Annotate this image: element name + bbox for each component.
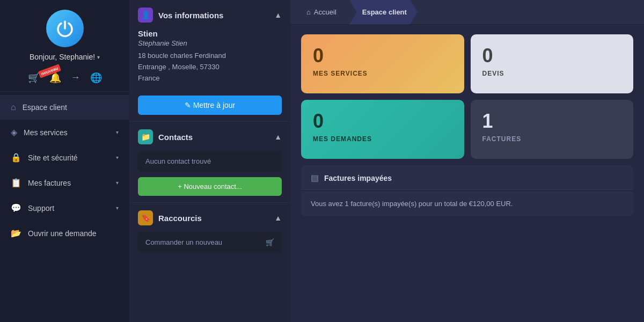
stat-number: 0 xyxy=(313,111,452,132)
stat-label: MES DEMANDES xyxy=(313,135,452,143)
raccourcis-title-text: Raccourcis xyxy=(158,214,202,223)
greeting-text: Bonjour, Stephanie! xyxy=(30,53,95,61)
raccourcis-title: 🔖 Raccourcis xyxy=(138,210,202,225)
user-address-line2: Entrange , Moselle, 57330 xyxy=(138,62,282,73)
invoice-list-icon: ▤ xyxy=(311,173,319,183)
stat-label: MES SERVICES xyxy=(313,70,452,77)
invoices-title: Factures impayées xyxy=(324,174,392,182)
chevron-down-icon: ▾ xyxy=(116,205,119,211)
logo-icon xyxy=(46,10,84,47)
breadcrumb-home-label: Accueil xyxy=(314,8,336,16)
contacts-header: 📁 Contacts ▲ xyxy=(138,129,282,144)
sidebar-item-label: Support xyxy=(28,204,54,213)
breadcrumb-home[interactable]: ⌂ Accueil xyxy=(301,0,349,25)
main-content: ⌂ Accueil Espace client 0 MES SERVICES 0… xyxy=(290,0,644,322)
cart-icon-btn[interactable]: 🛒 nouveau xyxy=(28,72,40,84)
raccourcis-collapse-button[interactable]: ▲ xyxy=(274,214,282,222)
sidebar-item-espace-client[interactable]: ⌂ Espace client xyxy=(0,95,129,120)
sidebar-item-label: Mes services xyxy=(24,128,68,137)
invoices-message: Vous avez 1 facture(s) impayée(s) pour u… xyxy=(311,200,513,208)
services-icon: ◈ xyxy=(11,127,17,137)
invoices-header: ▤ Factures impayées xyxy=(301,165,633,191)
home-icon: ⌂ xyxy=(306,8,311,16)
raccourcis-header: 🔖 Raccourcis ▲ xyxy=(138,210,282,225)
sidebar: Bonjour, Stephanie! ▾ 🛒 nouveau 🔔 → 🌐 ⌂ … xyxy=(0,0,129,322)
new-contact-button[interactable]: + Nouveau contact... xyxy=(138,177,282,196)
mettre-a-jour-button[interactable]: ✎ Mettre à jour xyxy=(138,96,282,115)
user-section-icon: 👤 xyxy=(138,8,153,23)
folder-icon: 📂 xyxy=(11,228,21,238)
lock-icon: 🔒 xyxy=(11,152,21,163)
user-address-line1: 18 boucle charles Ferdinand xyxy=(138,50,282,62)
stat-card-factures[interactable]: 1 FACTURES xyxy=(471,100,634,159)
user-info-block: Stien Stephanie Stien 18 boucle charles … xyxy=(138,29,282,89)
invoices-body: Vous avez 1 facture(s) impayée(s) pour u… xyxy=(301,191,633,216)
vos-informations-section: 👤 Vos informations ▲ Stien Stephanie Sti… xyxy=(129,0,290,121)
cart-icon: 🛒 xyxy=(266,238,274,246)
stat-number: 0 xyxy=(313,45,452,67)
user-address-line3: France xyxy=(138,73,282,84)
sidebar-item-label: Ouvrir une demande xyxy=(28,229,97,238)
user-fullname: Stephanie Stien xyxy=(138,39,282,47)
contacts-title-text: Contacts xyxy=(158,133,193,142)
bell-icon-btn[interactable]: 🔔 xyxy=(49,72,61,84)
invoice-icon: 📋 xyxy=(11,178,21,188)
user-name: Stien xyxy=(138,29,282,38)
arrow-icon-btn[interactable]: → xyxy=(71,72,80,84)
sidebar-item-mes-services[interactable]: ◈ Mes services ▾ xyxy=(0,120,129,145)
stat-number: 1 xyxy=(482,111,622,132)
contacts-title: 📁 Contacts xyxy=(138,129,193,144)
stats-grid: 0 MES SERVICES 0 DEVIS 0 MES DEMANDES 1 … xyxy=(290,25,644,165)
section-header: 👤 Vos informations ▲ xyxy=(138,8,282,23)
stat-card-mes-demandes[interactable]: 0 MES DEMANDES xyxy=(301,100,464,159)
stat-number: 0 xyxy=(482,45,622,67)
chevron-down-icon: ▾ xyxy=(116,155,119,160)
middle-panel: 👤 Vos informations ▲ Stien Stephanie Sti… xyxy=(129,0,290,322)
sidebar-item-label: Espace client xyxy=(23,103,67,112)
raccourcis-item-label: Commander un nouveau xyxy=(145,238,222,246)
raccourcis-icon: 🔖 xyxy=(138,210,153,225)
sidebar-divider xyxy=(0,91,129,92)
sidebar-logo: Bonjour, Stephanie! ▾ xyxy=(0,0,129,67)
domain-icon-btn[interactable]: 🌐 xyxy=(90,72,102,84)
sidebar-item-ouvrir-demande[interactable]: 📂 Ouvrir une demande xyxy=(0,221,129,246)
sidebar-nav: ⌂ Espace client ◈ Mes services ▾ 🔒 Site … xyxy=(0,95,129,322)
stat-label: DEVIS xyxy=(482,70,622,77)
contact-empty-message: Aucun contact trouvé xyxy=(138,151,282,172)
breadcrumb-current[interactable]: Espace client xyxy=(349,0,418,25)
contacts-section: 📁 Contacts ▲ Aucun contact trouvé + Nouv… xyxy=(129,122,290,202)
greeting-chevron-icon: ▾ xyxy=(97,54,100,60)
user-greeting[interactable]: Bonjour, Stephanie! ▾ xyxy=(30,53,100,61)
raccourcis-section: 🔖 Raccourcis ▲ Commander un nouveau 🛒 xyxy=(129,203,290,259)
sidebar-item-label: Site et sécurité xyxy=(28,153,78,162)
stat-label: FACTURES xyxy=(482,135,622,143)
sidebar-item-site-securite[interactable]: 🔒 Site et sécurité ▾ xyxy=(0,145,129,170)
breadcrumb-current-label: Espace client xyxy=(362,8,407,16)
stat-card-mes-services[interactable]: 0 MES SERVICES xyxy=(301,34,464,93)
home-icon: ⌂ xyxy=(11,103,16,112)
factures-impayees-section: ▤ Factures impayées Vous avez 1 facture(… xyxy=(301,165,633,216)
stat-card-devis[interactable]: 0 DEVIS xyxy=(471,34,634,93)
section-title: 👤 Vos informations xyxy=(138,8,223,23)
sidebar-item-mes-factures[interactable]: 📋 Mes factures ▾ xyxy=(0,170,129,195)
sidebar-icon-bar: 🛒 nouveau 🔔 → 🌐 xyxy=(0,67,129,91)
breadcrumb-bar: ⌂ Accueil Espace client xyxy=(290,0,644,25)
sidebar-item-label: Mes factures xyxy=(28,179,71,187)
collapse-button[interactable]: ▲ xyxy=(274,11,282,19)
raccourcis-list-item[interactable]: Commander un nouveau 🛒 xyxy=(138,232,282,253)
sidebar-item-support[interactable]: 💬 Support ▾ xyxy=(0,195,129,221)
chevron-down-icon: ▾ xyxy=(116,180,119,186)
support-icon: 💬 xyxy=(11,203,21,213)
contacts-icon: 📁 xyxy=(138,129,153,144)
chevron-down-icon: ▾ xyxy=(116,129,119,135)
section-title-text: Vos informations xyxy=(158,11,223,20)
contacts-collapse-button[interactable]: ▲ xyxy=(274,133,282,141)
